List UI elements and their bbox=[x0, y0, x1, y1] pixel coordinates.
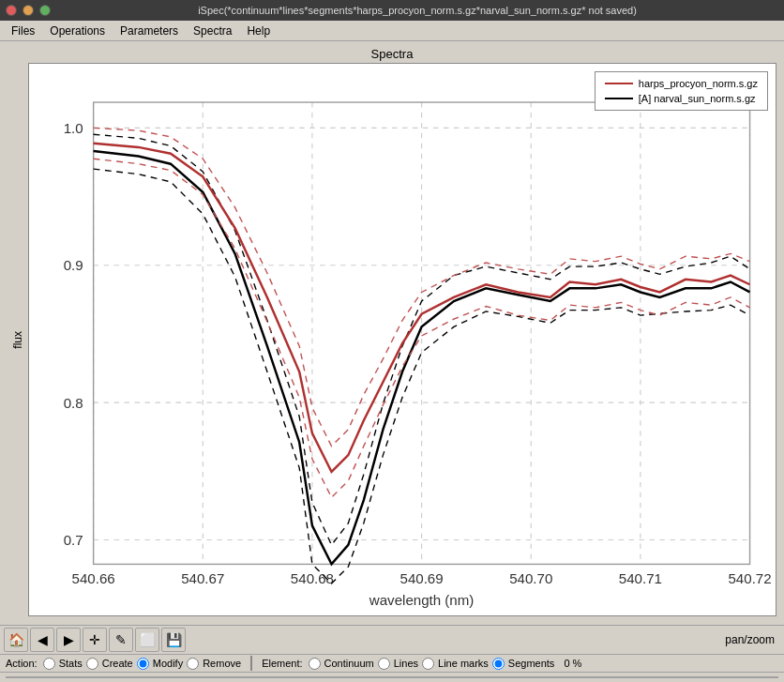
svg-text:540.68: 540.68 bbox=[291, 570, 334, 586]
svg-text:0.9: 0.9 bbox=[64, 257, 83, 273]
edit-button[interactable]: ✎ bbox=[109, 628, 133, 652]
action-modify-radio[interactable] bbox=[137, 658, 149, 670]
legend-item-harps: harps_procyon_norm.s.gz bbox=[605, 78, 758, 89]
element-continuum-radio[interactable] bbox=[309, 658, 321, 670]
menu-spectra[interactable]: Spectra bbox=[186, 23, 239, 39]
element-lines-label: Lines bbox=[394, 658, 418, 669]
legend-label-narval: [A] narval_sun_norm.s.gz bbox=[639, 93, 756, 104]
action-remove-label: Remove bbox=[203, 658, 241, 669]
action-label: Action: bbox=[6, 658, 38, 669]
pan-button[interactable]: ✛ bbox=[83, 628, 107, 652]
svg-text:540.67: 540.67 bbox=[181, 570, 224, 586]
element-continuum-label: Continuum bbox=[324, 658, 374, 669]
progress-value: 0 % bbox=[564, 658, 581, 669]
chart-plot-area[interactable]: harps_procyon_norm.s.gz [A] narval_sun_n… bbox=[28, 63, 776, 616]
maximize-button[interactable] bbox=[39, 5, 51, 16]
legend-item-narval: [A] narval_sun_norm.s.gz bbox=[605, 93, 758, 104]
menu-operations[interactable]: Operations bbox=[42, 23, 113, 39]
legend-line-narval bbox=[605, 98, 633, 99]
element-lines-radio[interactable] bbox=[378, 658, 390, 670]
back-button[interactable]: ◀ bbox=[30, 628, 54, 652]
output-area[interactable] bbox=[6, 676, 778, 678]
panzoom-label: pan/zoom bbox=[725, 633, 780, 646]
svg-text:0.7: 0.7 bbox=[64, 532, 83, 548]
action-create-label: Create bbox=[102, 658, 133, 669]
action-create-radio[interactable] bbox=[86, 658, 98, 670]
forward-button[interactable]: ▶ bbox=[56, 628, 81, 652]
chart-title: Spectra bbox=[8, 47, 776, 61]
minimize-button[interactable] bbox=[23, 5, 34, 16]
titlebar: iSpec(*continuum*lines*segments*harps_pr… bbox=[0, 0, 784, 21]
svg-text:1.0: 1.0 bbox=[64, 120, 83, 136]
menubar: Files Operations Parameters Spectra Help bbox=[0, 21, 784, 41]
svg-text:540.70: 540.70 bbox=[509, 570, 552, 586]
svg-text:wavelength (nm): wavelength (nm) bbox=[369, 592, 475, 608]
y-axis-label: flux bbox=[11, 331, 24, 349]
legend-line-harps bbox=[605, 83, 633, 84]
element-linemarks-radio[interactable] bbox=[422, 658, 434, 670]
toolbar: 🏠 ◀ ▶ ✛ ✎ ⬜ 💾 pan/zoom bbox=[0, 625, 784, 655]
chart-wrap: flux harps_procyon_norm.s.gz [A] narval_… bbox=[8, 63, 776, 616]
action-stats-radio[interactable] bbox=[43, 658, 55, 670]
print-button[interactable]: ⬜ bbox=[135, 628, 159, 652]
y-axis-label-wrap: flux bbox=[8, 63, 28, 616]
chart-svg: .grid { stroke: #ccc; stroke-dasharray: … bbox=[29, 64, 776, 615]
action-radio-group: Stats Create Modify Remove bbox=[43, 658, 241, 670]
close-button[interactable] bbox=[6, 5, 17, 16]
action-stats-label: Stats bbox=[59, 658, 83, 669]
window-title: iSpec(*continuum*lines*segments*harps_pr… bbox=[56, 5, 778, 16]
action-remove-radio[interactable] bbox=[187, 658, 199, 670]
svg-text:540.72: 540.72 bbox=[728, 570, 771, 586]
legend-label-harps: harps_procyon_norm.s.gz bbox=[639, 78, 758, 89]
element-segments-label: Segments bbox=[508, 658, 555, 669]
svg-text:540.66: 540.66 bbox=[72, 570, 115, 586]
svg-text:540.71: 540.71 bbox=[619, 570, 662, 586]
menu-parameters[interactable]: Parameters bbox=[113, 23, 186, 39]
actionbar: Action: Stats Create Modify Remove Eleme… bbox=[0, 655, 784, 673]
element-segments-radio[interactable] bbox=[492, 658, 505, 670]
home-button[interactable]: 🏠 bbox=[4, 628, 28, 652]
save-button[interactable]: 💾 bbox=[161, 628, 186, 652]
menu-files[interactable]: Files bbox=[4, 23, 42, 39]
menu-help[interactable]: Help bbox=[239, 23, 278, 39]
svg-text:540.69: 540.69 bbox=[400, 570, 444, 586]
element-radio-group: Continuum Lines Line marks Segments bbox=[309, 658, 555, 670]
element-label: Element: bbox=[262, 658, 302, 669]
chart-container: Spectra flux harps_procyon_norm.s.gz [A]… bbox=[0, 41, 784, 625]
action-modify-label: Modify bbox=[153, 658, 183, 669]
separator-1 bbox=[250, 656, 252, 671]
chart-legend: harps_procyon_norm.s.gz [A] narval_sun_n… bbox=[595, 71, 768, 111]
svg-text:0.8: 0.8 bbox=[64, 395, 83, 411]
element-linemarks-label: Line marks bbox=[438, 658, 489, 669]
main-content: Spectra flux harps_procyon_norm.s.gz [A]… bbox=[0, 41, 784, 682]
